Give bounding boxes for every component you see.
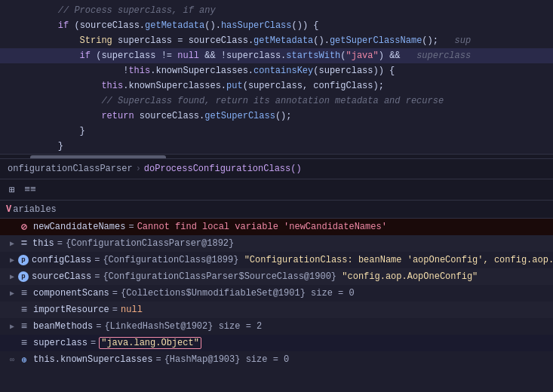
var-name-this: this <box>32 238 54 249</box>
toolbar-grid-btn[interactable]: ⊞ <box>5 182 20 198</box>
var-val-this: {ConfigurationClassParser@1892} <box>66 238 234 249</box>
var-val-configclass: {ConfigurationClass@1899} "Configuration… <box>103 255 553 265</box>
eq-icon-importresource: ≡ <box>18 304 30 316</box>
var-name-configclass: configClass <box>32 255 91 265</box>
var-row-importresource: ≡ importResource = null <box>0 302 553 318</box>
var-row-superclass: ≡ superclass = "java.lang.Object" <box>0 335 553 351</box>
var-row-beanmethods[interactable]: ▶ ≡ beanMethods = {LinkedHashSet@1902} s… <box>0 318 553 335</box>
expand-placeholder <box>6 221 18 233</box>
code-scrollbar[interactable] <box>0 154 553 158</box>
var-val-importresource: null <box>121 305 143 315</box>
expand-arrow-sourceclass[interactable]: ▶ <box>6 271 18 283</box>
expand-arrow-componentscans[interactable]: ▶ <box>6 287 18 299</box>
code-line-6: this.knownSuperclasses.put(superclass, c… <box>0 78 553 93</box>
var-row-componentscans[interactable]: ▶ ≡ componentScans = {Collections$Unmodi… <box>0 285 553 302</box>
bottom-section: ⊞ ≡≡ Variables ⊘ newCandidateNames = Can… <box>0 179 553 392</box>
eq-icon-beanmethods: ≡ <box>18 320 30 332</box>
var-eq-superclass: = <box>91 338 96 348</box>
expand-arrow-knownsuperclasses[interactable]: ∞ <box>6 354 18 366</box>
code-line-8: return sourceClass.getSuperClass(); <box>0 109 553 124</box>
var-eq-this: = <box>57 238 63 249</box>
code-line-5: !this.knownSuperclasses.containsKey(supe… <box>0 63 553 78</box>
ide-window: // Process superclass, if any if (source… <box>0 0 553 392</box>
expand-placeholder-superclass <box>6 337 18 349</box>
expand-placeholder-importresource <box>6 304 18 316</box>
var-val-beanmethods: {LinkedHashSet@1902} size = 2 <box>104 321 262 332</box>
eq-icon-this: = <box>18 237 30 250</box>
eq-icon-knownsuperclasses: ⊕ <box>18 354 30 366</box>
p-icon-sourceclass: p <box>18 271 29 282</box>
code-line-2: if (sourceClass.getMetadata().hasSuperCl… <box>0 18 553 33</box>
var-val-knownsuperclasses: {HashMap@1903} size = 0 <box>164 354 290 365</box>
variables-title: V <box>6 204 11 215</box>
var-val-newcandidatenames: Cannot find local variable 'newCandidate… <box>137 222 387 232</box>
var-name-newcandidatenames: newCandidateNames <box>33 222 125 232</box>
var-name-beanmethods: beanMethods <box>33 321 93 332</box>
code-line-4: if (superclass != null && !superclass.st… <box>0 48 553 63</box>
var-row-sourceclass[interactable]: ▶ p sourceClass = {ConfigurationClassPar… <box>0 268 553 285</box>
var-list: ⊘ newCandidateNames = Cannot find local … <box>0 219 553 368</box>
var-eq-configclass: = <box>94 255 100 265</box>
var-eq-1: = <box>128 222 134 232</box>
var-name-componentscans: componentScans <box>33 288 109 299</box>
expand-arrow-beanmethods[interactable]: ▶ <box>6 320 18 332</box>
var-eq-sourceclass: = <box>94 271 100 282</box>
var-val-sourceclass: {ConfigurationClassParser$SourceClass@19… <box>103 271 478 282</box>
variables-panel: Variables ⊘ newCandidateNames = Cannot f… <box>0 201 553 392</box>
code-line-3: String superclass = sourceClass.getMetad… <box>0 33 553 48</box>
var-eq-componentscans: = <box>112 288 118 299</box>
var-name-importresource: importResource <box>33 305 109 315</box>
var-name-sourceclass: sourceClass <box>32 271 91 282</box>
code-line-7: // Superclass found, return its annotati… <box>0 93 553 109</box>
var-val-superclass: "java.lang.Object" <box>99 337 201 349</box>
code-line-10: } <box>0 139 553 154</box>
var-row-newcandidatenames: ⊘ newCandidateNames = Cannot find local … <box>0 219 553 235</box>
var-eq-importresource: = <box>112 305 118 315</box>
breadcrumb-separator: › <box>136 164 141 174</box>
code-scrollbar-thumb[interactable] <box>30 155 166 158</box>
var-name-knownsuperclasses: this.knownSuperclasses <box>33 354 152 365</box>
breadcrumb-part1: onfigurationClassParser <box>8 164 133 174</box>
var-name-superclass: superclass <box>33 338 88 348</box>
expand-arrow-configclass[interactable]: ▶ <box>6 254 18 266</box>
var-row-knownsuperclasses[interactable]: ∞ ⊕ this.knownSuperclasses = {HashMap@19… <box>0 351 553 368</box>
var-row-this[interactable]: ▶ = this = {ConfigurationClassParser@189… <box>0 235 553 252</box>
var-eq-knownsuperclasses: = <box>155 354 161 365</box>
code-line-9: } <box>0 124 553 139</box>
variables-header: Variables <box>0 201 553 219</box>
eq-icon-componentscans: ≡ <box>18 287 30 299</box>
breadcrumb-bar: onfigurationClassParser › doProcessConfi… <box>0 158 553 179</box>
var-eq-beanmethods: = <box>96 321 101 332</box>
var-val-componentscans: {Collections$UnmodifiableSet@1901} size … <box>121 288 355 299</box>
expand-arrow-this[interactable]: ▶ <box>6 237 18 250</box>
eq-icon-superclass: ≡ <box>18 337 30 349</box>
error-icon: ⊘ <box>18 221 30 233</box>
debug-toolbar: ⊞ ≡≡ <box>0 179 553 201</box>
var-row-configclass[interactable]: ▶ p configClass = {ConfigurationClass@18… <box>0 252 553 268</box>
code-editor: // Process superclass, if any if (source… <box>0 0 553 158</box>
p-icon-configclass: p <box>18 255 29 265</box>
code-line-1: // Process superclass, if any <box>0 3 553 18</box>
breadcrumb-part2: doProcessConfigurationClass() <box>144 164 302 174</box>
toolbar-list-btn[interactable]: ≡≡ <box>23 182 38 198</box>
